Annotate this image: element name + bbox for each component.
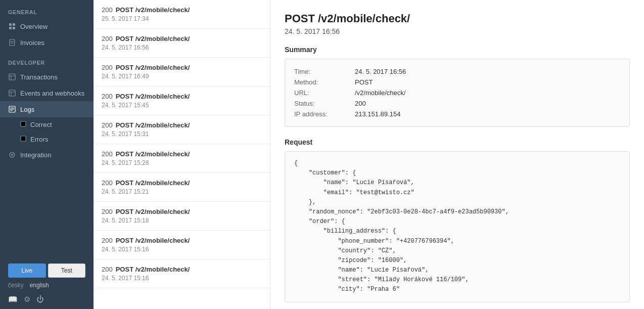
summary-row-url: URL: /v2/mobile/check/ — [294, 87, 620, 98]
svg-rect-18 — [21, 136, 26, 141]
method-label: Method: — [294, 78, 355, 86]
log-endpoint: POST /v2/mobile/check/ — [116, 35, 190, 42]
log-item[interactable]: 200 POST /v2/mobile/check/ 24. 5. 2017 1… — [94, 58, 270, 86]
sidebar-item-integration[interactable]: Integration — [0, 147, 94, 163]
ip-value: 213.151.89.154 — [355, 110, 400, 118]
time-value: 24. 5. 2017 16:56 — [355, 68, 406, 75]
log-item[interactable]: 200 POST /v2/mobile/check/ 24. 5. 2017 1… — [94, 173, 270, 202]
events-icon — [8, 89, 16, 97]
svg-rect-3 — [13, 27, 15, 29]
log-status: 200 — [102, 266, 113, 273]
svg-rect-4 — [10, 39, 15, 46]
svg-rect-2 — [9, 27, 12, 29]
log-endpoint: POST /v2/mobile/check/ — [116, 179, 190, 187]
bottom-icons-row: 📖 ⚙ ⏻ — [8, 293, 85, 304]
time-label: Time: — [294, 68, 355, 75]
lang-cs[interactable]: česky — [8, 282, 24, 289]
correct-icon — [20, 121, 26, 128]
summary-row-ip: IP address: 213.151.89.154 — [294, 109, 620, 119]
sidebar-item-transactions-label: Transactions — [20, 73, 58, 81]
summary-row-method: Method: POST — [294, 77, 620, 87]
log-endpoint: POST /v2/mobile/check/ — [116, 93, 190, 100]
status-label: Status: — [294, 100, 355, 107]
summary-box: Time: 24. 5. 2017 16:56 Method: POST URL… — [285, 59, 630, 127]
live-button[interactable]: Live — [8, 263, 46, 278]
summary-row-status: Status: 200 — [294, 98, 620, 109]
log-status: 200 — [102, 35, 113, 42]
sidebar-item-correct-label: Correct — [30, 121, 52, 128]
invoices-icon — [8, 38, 16, 47]
log-list: 200 POST /v2/mobile/check/ 25. 5. 2017 1… — [94, 0, 270, 309]
log-time: 24. 5. 2017 15:31 — [102, 130, 262, 138]
lang-en[interactable]: english — [30, 282, 49, 289]
request-body: { "customer": { "name": "Lucie Písařová"… — [285, 151, 630, 302]
log-time: 24. 5. 2017 15:16 — [102, 246, 262, 253]
log-time: 24. 5. 2017 15:21 — [102, 188, 262, 195]
sidebar-item-transactions[interactable]: Transactions — [0, 69, 94, 85]
sidebar-item-errors-label: Errors — [30, 136, 48, 143]
log-status: 200 — [102, 237, 113, 244]
sidebar-item-logs-label: Logs — [20, 106, 34, 113]
log-endpoint: POST /v2/mobile/check/ — [116, 237, 190, 244]
detail-subtitle: 24. 5. 2017 16:56 — [285, 27, 630, 35]
sidebar-item-logs[interactable]: Logs — [0, 101, 94, 117]
status-value: 200 — [355, 100, 366, 107]
sidebar-item-overview[interactable]: Overview — [0, 18, 94, 34]
summary-row-time: Time: 24. 5. 2017 16:56 — [294, 66, 620, 77]
log-endpoint: POST /v2/mobile/check/ — [116, 6, 190, 14]
svg-rect-7 — [9, 74, 15, 80]
detail-panel: POST /v2/mobile/check/ 24. 5. 2017 16:56… — [270, 0, 644, 309]
log-item[interactable]: 200 POST /v2/mobile/check/ 24. 5. 2017 1… — [94, 144, 270, 173]
log-time: 24. 5. 2017 16:49 — [102, 73, 262, 80]
log-time: 24. 5. 2017 15:18 — [102, 217, 262, 224]
log-item[interactable]: 200 POST /v2/mobile/check/ 24. 5. 2017 1… — [94, 86, 270, 115]
log-status: 200 — [102, 208, 113, 215]
log-item[interactable]: 200 POST /v2/mobile/check/ 24. 5. 2017 1… — [94, 29, 270, 58]
log-time: 24. 5. 2017 16:56 — [102, 44, 262, 51]
log-time: 24. 5. 2017 15:28 — [102, 159, 262, 166]
log-status: 200 — [102, 64, 113, 71]
logout-icon[interactable]: ⏻ — [36, 295, 44, 304]
test-button[interactable]: Test — [48, 263, 86, 278]
summary-heading: Summary — [285, 46, 630, 54]
sidebar-item-events-label: Events and webhooks — [20, 90, 84, 97]
log-item[interactable]: 200 POST /v2/mobile/check/ 24. 5. 2017 1… — [94, 202, 270, 231]
sidebar-section-developer: DEVELOPER — [0, 51, 94, 69]
logs-icon — [8, 105, 16, 113]
log-item[interactable]: 200 POST /v2/mobile/check/ 24. 5. 2017 1… — [94, 259, 270, 288]
sidebar-item-overview-label: Overview — [20, 23, 48, 30]
log-endpoint: POST /v2/mobile/check/ — [116, 150, 190, 158]
sidebar-item-correct[interactable]: Correct — [0, 117, 94, 132]
ip-label: IP address: — [294, 110, 355, 118]
errors-icon — [20, 136, 26, 143]
url-label: URL: — [294, 89, 355, 97]
sidebar-item-invoices-label: Invoices — [20, 39, 44, 47]
sidebar-bottom: Live Test česky english 📖 ⚙ ⏻ — [0, 258, 94, 309]
svg-rect-17 — [21, 121, 26, 126]
log-endpoint: POST /v2/mobile/check/ — [116, 266, 190, 273]
log-time: 25. 5. 2017 17:34 — [102, 15, 262, 22]
settings-icon[interactable]: ⚙ — [24, 295, 30, 304]
svg-rect-0 — [9, 23, 12, 26]
transactions-icon — [8, 73, 16, 81]
log-status: 200 — [102, 93, 113, 100]
method-value: POST — [355, 78, 373, 86]
sidebar-section-general: GENERAL — [0, 0, 94, 18]
log-time: 24. 5. 2017 15:16 — [102, 275, 262, 282]
log-status: 200 — [102, 6, 113, 14]
url-value: /v2/mobile/check/ — [355, 89, 405, 97]
detail-title: POST /v2/mobile/check/ — [285, 12, 630, 25]
sidebar-item-errors[interactable]: Errors — [0, 132, 94, 147]
log-item[interactable]: 200 POST /v2/mobile/check/ 25. 5. 2017 1… — [94, 0, 270, 29]
docs-icon[interactable]: 📖 — [8, 295, 18, 304]
log-item[interactable]: 200 POST /v2/mobile/check/ 24. 5. 2017 1… — [94, 115, 270, 144]
log-item[interactable]: 200 POST /v2/mobile/check/ 24. 5. 2017 1… — [94, 231, 270, 259]
log-time: 24. 5. 2017 15:45 — [102, 102, 262, 109]
svg-rect-1 — [13, 23, 15, 26]
log-status: 200 — [102, 150, 113, 158]
sidebar-item-events[interactable]: Events and webhooks — [0, 85, 94, 101]
live-test-toggle: Live Test — [8, 263, 85, 278]
request-heading: Request — [285, 138, 630, 146]
sidebar-item-invoices[interactable]: Invoices — [0, 34, 94, 51]
log-endpoint: POST /v2/mobile/check/ — [116, 121, 190, 129]
